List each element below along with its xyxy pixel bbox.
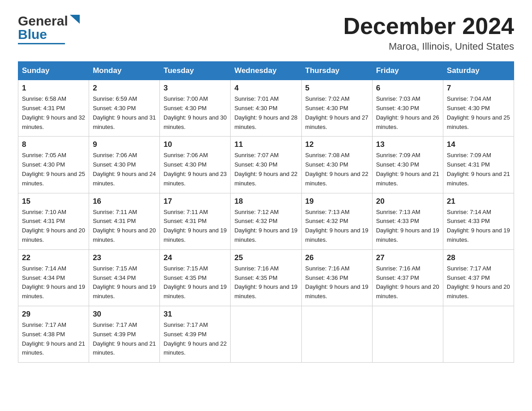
day-info: Sunrise: 7:15 AM Sunset: 4:34 PM Dayligh… — [93, 264, 156, 301]
calendar-cell: 1 Sunrise: 6:58 AM Sunset: 4:31 PM Dayli… — [18, 80, 89, 137]
calendar-cell: 15 Sunrise: 7:10 AM Sunset: 4:31 PM Dayl… — [18, 193, 89, 249]
day-number: 20 — [376, 197, 439, 206]
calendar-cell: 21 Sunrise: 7:14 AM Sunset: 4:33 PM Dayl… — [443, 193, 514, 249]
calendar-cell: 19 Sunrise: 7:13 AM Sunset: 4:32 PM Dayl… — [301, 193, 372, 249]
header-thursday: Thursday — [301, 62, 372, 80]
day-info: Sunrise: 7:13 AM Sunset: 4:33 PM Dayligh… — [376, 208, 439, 245]
calendar-table: SundayMondayTuesdayWednesdayThursdayFrid… — [18, 61, 514, 363]
calendar-cell — [372, 306, 443, 362]
day-info: Sunrise: 7:14 AM Sunset: 4:34 PM Dayligh… — [22, 264, 85, 301]
calendar-cell — [301, 306, 372, 362]
day-number: 12 — [305, 140, 369, 149]
calendar-cell — [443, 306, 514, 362]
day-number: 26 — [305, 253, 369, 262]
day-number: 22 — [22, 253, 85, 262]
calendar-cell: 20 Sunrise: 7:13 AM Sunset: 4:33 PM Dayl… — [372, 193, 443, 249]
calendar-body: 1 Sunrise: 6:58 AM Sunset: 4:31 PM Dayli… — [18, 80, 514, 363]
month-title: December 2024 — [343, 13, 514, 39]
day-number: 23 — [93, 253, 156, 262]
day-number: 24 — [163, 253, 227, 262]
header-row: SundayMondayTuesdayWednesdayThursdayFrid… — [18, 62, 514, 80]
day-number: 2 — [93, 84, 156, 93]
day-number: 8 — [22, 140, 85, 149]
logo-general-text: General — [18, 13, 68, 29]
calendar-cell: 13 Sunrise: 7:09 AM Sunset: 4:30 PM Dayl… — [372, 137, 443, 193]
day-number: 10 — [163, 140, 227, 149]
day-info: Sunrise: 7:17 AM Sunset: 4:38 PM Dayligh… — [22, 321, 85, 358]
day-info: Sunrise: 7:06 AM Sunset: 4:30 PM Dayligh… — [93, 151, 156, 188]
calendar-cell: 8 Sunrise: 7:05 AM Sunset: 4:30 PM Dayli… — [18, 137, 89, 193]
calendar-cell: 12 Sunrise: 7:08 AM Sunset: 4:30 PM Dayl… — [301, 137, 372, 193]
calendar-cell: 27 Sunrise: 7:16 AM Sunset: 4:37 PM Dayl… — [372, 249, 443, 306]
calendar-cell: 10 Sunrise: 7:06 AM Sunset: 4:30 PM Dayl… — [160, 137, 231, 193]
calendar-cell — [231, 306, 301, 362]
page-header: General Blue December 2024 Maroa, Illino… — [18, 13, 514, 52]
header-monday: Monday — [89, 62, 160, 80]
day-info: Sunrise: 7:00 AM Sunset: 4:30 PM Dayligh… — [163, 94, 227, 132]
day-number: 11 — [234, 140, 297, 149]
calendar-header: SundayMondayTuesdayWednesdayThursdayFrid… — [18, 62, 514, 80]
logo-blue-text: Blue — [18, 27, 47, 42]
day-info: Sunrise: 7:16 AM Sunset: 4:36 PM Dayligh… — [305, 264, 369, 301]
day-info: Sunrise: 7:02 AM Sunset: 4:30 PM Dayligh… — [305, 94, 369, 132]
day-info: Sunrise: 7:15 AM Sunset: 4:35 PM Dayligh… — [163, 264, 227, 301]
day-number: 30 — [93, 310, 156, 319]
day-info: Sunrise: 6:58 AM Sunset: 4:31 PM Dayligh… — [22, 94, 85, 132]
calendar-cell: 3 Sunrise: 7:00 AM Sunset: 4:30 PM Dayli… — [160, 80, 231, 137]
day-number: 18 — [234, 197, 297, 206]
day-info: Sunrise: 7:08 AM Sunset: 4:30 PM Dayligh… — [305, 151, 369, 188]
day-number: 25 — [234, 253, 297, 262]
calendar-cell: 2 Sunrise: 6:59 AM Sunset: 4:30 PM Dayli… — [89, 80, 160, 137]
day-number: 13 — [376, 140, 439, 149]
calendar-cell: 24 Sunrise: 7:15 AM Sunset: 4:35 PM Dayl… — [160, 249, 231, 306]
logo: General Blue — [18, 13, 80, 44]
day-number: 15 — [22, 197, 85, 206]
day-info: Sunrise: 7:09 AM Sunset: 4:31 PM Dayligh… — [447, 151, 510, 188]
day-number: 4 — [234, 84, 297, 93]
calendar-cell: 17 Sunrise: 7:11 AM Sunset: 4:31 PM Dayl… — [160, 193, 231, 249]
day-info: Sunrise: 7:05 AM Sunset: 4:30 PM Dayligh… — [22, 151, 85, 188]
day-info: Sunrise: 7:06 AM Sunset: 4:30 PM Dayligh… — [163, 151, 227, 188]
week-row-5: 29 Sunrise: 7:17 AM Sunset: 4:38 PM Dayl… — [18, 306, 514, 362]
calendar-cell: 4 Sunrise: 7:01 AM Sunset: 4:30 PM Dayli… — [231, 80, 301, 137]
title-area: December 2024 Maroa, Illinois, United St… — [343, 13, 514, 52]
calendar-cell: 26 Sunrise: 7:16 AM Sunset: 4:36 PM Dayl… — [301, 249, 372, 306]
header-friday: Friday — [372, 62, 443, 80]
day-number: 31 — [163, 310, 227, 319]
day-number: 7 — [447, 84, 510, 93]
day-info: Sunrise: 7:03 AM Sunset: 4:30 PM Dayligh… — [376, 94, 439, 132]
day-info: Sunrise: 7:16 AM Sunset: 4:35 PM Dayligh… — [234, 264, 297, 301]
week-row-1: 1 Sunrise: 6:58 AM Sunset: 4:31 PM Dayli… — [18, 80, 514, 137]
day-info: Sunrise: 7:11 AM Sunset: 4:31 PM Dayligh… — [163, 208, 227, 245]
day-number: 29 — [22, 310, 85, 319]
calendar-cell: 14 Sunrise: 7:09 AM Sunset: 4:31 PM Dayl… — [443, 137, 514, 193]
day-number: 6 — [376, 84, 439, 93]
logo-triangle-icon — [70, 15, 80, 26]
day-number: 1 — [22, 84, 85, 93]
header-saturday: Saturday — [443, 62, 514, 80]
week-row-3: 15 Sunrise: 7:10 AM Sunset: 4:31 PM Dayl… — [18, 193, 514, 249]
week-row-4: 22 Sunrise: 7:14 AM Sunset: 4:34 PM Dayl… — [18, 249, 514, 306]
calendar-cell: 6 Sunrise: 7:03 AM Sunset: 4:30 PM Dayli… — [372, 80, 443, 137]
header-wednesday: Wednesday — [231, 62, 301, 80]
day-number: 27 — [376, 253, 439, 262]
day-info: Sunrise: 7:09 AM Sunset: 4:30 PM Dayligh… — [376, 151, 439, 188]
calendar-cell: 23 Sunrise: 7:15 AM Sunset: 4:34 PM Dayl… — [89, 249, 160, 306]
calendar-cell: 18 Sunrise: 7:12 AM Sunset: 4:32 PM Dayl… — [231, 193, 301, 249]
day-info: Sunrise: 6:59 AM Sunset: 4:30 PM Dayligh… — [93, 94, 156, 132]
calendar-cell: 16 Sunrise: 7:11 AM Sunset: 4:31 PM Dayl… — [89, 193, 160, 249]
day-info: Sunrise: 7:07 AM Sunset: 4:30 PM Dayligh… — [234, 151, 297, 188]
calendar-cell: 5 Sunrise: 7:02 AM Sunset: 4:30 PM Dayli… — [301, 80, 372, 137]
day-info: Sunrise: 7:04 AM Sunset: 4:30 PM Dayligh… — [447, 94, 510, 132]
calendar-cell: 11 Sunrise: 7:07 AM Sunset: 4:30 PM Dayl… — [231, 137, 301, 193]
calendar-cell: 29 Sunrise: 7:17 AM Sunset: 4:38 PM Dayl… — [18, 306, 89, 362]
day-number: 3 — [163, 84, 227, 93]
day-info: Sunrise: 7:16 AM Sunset: 4:37 PM Dayligh… — [376, 264, 439, 301]
day-info: Sunrise: 7:11 AM Sunset: 4:31 PM Dayligh… — [93, 208, 156, 245]
calendar-cell: 7 Sunrise: 7:04 AM Sunset: 4:30 PM Dayli… — [443, 80, 514, 137]
calendar-cell: 30 Sunrise: 7:17 AM Sunset: 4:39 PM Dayl… — [89, 306, 160, 362]
day-number: 16 — [93, 197, 156, 206]
day-number: 19 — [305, 197, 369, 206]
day-number: 9 — [93, 140, 156, 149]
day-number: 5 — [305, 84, 369, 93]
